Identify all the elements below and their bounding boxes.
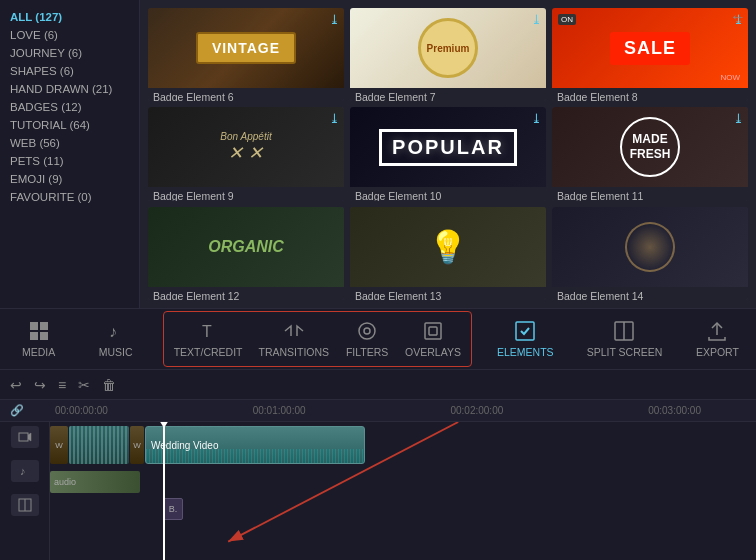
grid-item-badge-14[interactable]: Badge Element 14: [552, 207, 748, 300]
label-badge-6: Badge Element 6: [148, 88, 344, 101]
label-badge-7: Badge Element 7: [350, 88, 546, 101]
svg-text:♪: ♪: [109, 323, 117, 340]
grid-item-badge-10[interactable]: POPULAR ⤓ Badge Element 10: [350, 107, 546, 200]
tool-overlays[interactable]: OVERLAYS: [397, 314, 469, 364]
textcredit-icon: T: [197, 320, 219, 342]
main-video-clip[interactable]: Wedding Video: [145, 426, 365, 464]
tool-export-label: EXPORT: [696, 346, 739, 358]
redo-button[interactable]: ↪: [34, 377, 46, 393]
svg-rect-3: [40, 332, 48, 340]
tool-overlays-label: OVERLAYS: [405, 346, 461, 358]
transitions-icon: [283, 320, 305, 342]
main-area: ALL (127) LOVE (6) JOURNEY (6) SHAPES (6…: [0, 0, 756, 308]
timeline-controls: ↩ ↪ ≡ ✂ 🗑: [0, 370, 756, 400]
tool-splitscreen-label: SPLIT SCREEN: [587, 346, 663, 358]
tool-elements-label: ELEMENTS: [497, 346, 554, 358]
tool-filters-label: FILTERS: [346, 346, 388, 358]
tool-export[interactable]: EXPORT: [687, 314, 747, 364]
track-video-btn[interactable]: [11, 426, 39, 448]
svg-point-6: [359, 323, 375, 339]
grid-item-badge-7[interactable]: Premium ⤓ Badge Element 7: [350, 8, 546, 101]
sidebar-item-shapes[interactable]: SHAPES (6): [0, 62, 139, 80]
tool-textcredit[interactable]: T TEXT/CREDIT: [166, 314, 251, 364]
sidebar-item-badges[interactable]: BADGES (12): [0, 98, 139, 116]
download-icon-6[interactable]: ⤓: [329, 12, 340, 27]
sale-on-label: ON: [558, 14, 576, 25]
label-badge-9: Badge Element 9: [148, 187, 344, 200]
thumb-badge-11: MADEFRESH ⤓: [552, 107, 748, 187]
undo-button[interactable]: ↩: [10, 377, 22, 393]
thumb-badge-12: ORGANIC: [148, 207, 344, 287]
thumb-badge-14: [552, 207, 748, 287]
label-badge-13: Badge Element 13: [350, 287, 546, 300]
download-icon-7[interactable]: ⤓: [531, 12, 542, 27]
tool-music[interactable]: ♪ MUSIC: [86, 314, 146, 364]
tool-media[interactable]: MEDIA: [9, 314, 69, 364]
playhead[interactable]: [163, 422, 165, 560]
grid-item-badge-12[interactable]: ORGANIC Badge Element 12: [148, 207, 344, 300]
thumb-badge-6: VINTAGE ⤓: [148, 8, 344, 88]
tool-transitions[interactable]: TRANSITIONS: [251, 314, 338, 364]
overlay-track: B.: [50, 498, 756, 522]
filters-icon: [356, 320, 378, 342]
grid-item-badge-6[interactable]: VINTAGE ⤓ Badge Element 6: [148, 8, 344, 101]
sidebar-item-handdrawn[interactable]: HAND DRAWN (21): [0, 80, 139, 98]
delete-icon[interactable]: 🗑: [102, 377, 116, 393]
label-badge-8: Badge Element 8: [552, 88, 748, 101]
back-button[interactable]: ←: [730, 8, 746, 26]
sidebar-item-favourite[interactable]: FAVOURITE (0): [0, 188, 139, 206]
media-icon: [28, 320, 50, 342]
elements-icon: [514, 320, 536, 342]
sale-now-label: NOW: [720, 73, 740, 82]
sidebar-item-all[interactable]: ALL (127): [0, 8, 139, 26]
grid-item-badge-8[interactable]: ON SALE NOW ⤓ Badge Element 8: [552, 8, 748, 101]
ruler-mark-3: 00:03:00:00: [648, 405, 701, 416]
sidebar-item-emoji[interactable]: EMOJI (9): [0, 170, 139, 188]
timeline-tracks: ♪ W W Wedding: [0, 422, 756, 560]
sidebar-item-web[interactable]: WEB (56): [0, 134, 139, 152]
download-icon-9[interactable]: ⤓: [329, 111, 340, 126]
svg-rect-1: [40, 322, 48, 330]
tool-splitscreen[interactable]: SPLIT SCREEN: [579, 314, 671, 364]
sidebar-item-journey[interactable]: JOURNEY (6): [0, 44, 139, 62]
toolbar: MEDIA ♪ MUSIC T TEXT/CREDIT TRANSITIONS …: [0, 308, 756, 370]
label-badge-11: Badge Element 11: [552, 187, 748, 200]
tool-music-label: MUSIC: [99, 346, 133, 358]
clip-small-1: W: [50, 426, 68, 464]
overlay-clip[interactable]: B.: [163, 498, 183, 520]
thumb-badge-8: ON SALE NOW ⤓: [552, 8, 748, 88]
sidebar-item-love[interactable]: LOVE (6): [0, 26, 139, 44]
grid-item-badge-13[interactable]: 💡 Badge Element 13: [350, 207, 546, 300]
cut-icon[interactable]: ✂: [78, 377, 90, 393]
badge-fresh: MADEFRESH: [620, 117, 680, 177]
grid-item-badge-9[interactable]: Bon Appétit ✕ ✕ ⤓ Badge Element 9: [148, 107, 344, 200]
music-icon: ♪: [105, 320, 127, 342]
tool-textcredit-label: TEXT/CREDIT: [174, 346, 243, 358]
tool-transitions-label: TRANSITIONS: [259, 346, 330, 358]
ruler-mark-2: 00:02:00:00: [450, 405, 503, 416]
grid-item-badge-11[interactable]: MADEFRESH ⤓ Badge Element 11: [552, 107, 748, 200]
clip-waveform: [146, 449, 364, 463]
tool-elements[interactable]: ELEMENTS: [489, 314, 562, 364]
svg-rect-0: [30, 322, 38, 330]
sidebar-item-pets[interactable]: PETS (11): [0, 152, 139, 170]
badge-popular: POPULAR: [379, 129, 517, 166]
badge-bulb: 💡: [428, 228, 468, 266]
track-overlay-btn[interactable]: [11, 494, 39, 516]
download-icon-11[interactable]: ⤓: [733, 111, 744, 126]
track-audio-btn[interactable]: ♪: [11, 460, 39, 482]
svg-text:T: T: [202, 323, 212, 340]
timeline-ruler: 🔗 00:00:00:00 00:01:00:00 00:02:00:00 00…: [0, 400, 756, 422]
tool-media-label: MEDIA: [22, 346, 55, 358]
sidebar-item-tutorial[interactable]: TUTORIAL (64): [0, 116, 139, 134]
tool-filters[interactable]: FILTERS: [337, 314, 397, 364]
thumb-badge-9: Bon Appétit ✕ ✕ ⤓: [148, 107, 344, 187]
export-icon: [706, 320, 728, 342]
content-area: ← VINTAGE ⤓ Badge Element 6 Premium ⤓ Ba…: [140, 0, 756, 308]
list-icon[interactable]: ≡: [58, 377, 66, 393]
label-badge-14: Badge Element 14: [552, 287, 748, 300]
thumb-badge-7: Premium ⤓: [350, 8, 546, 88]
badge-vintage: VINTAGE: [196, 32, 296, 64]
timeline-area: ↩ ↪ ≡ ✂ 🗑 🔗 00:00:00:00 00:01:00:00 00:0…: [0, 370, 756, 560]
download-icon-10[interactable]: ⤓: [531, 111, 542, 126]
